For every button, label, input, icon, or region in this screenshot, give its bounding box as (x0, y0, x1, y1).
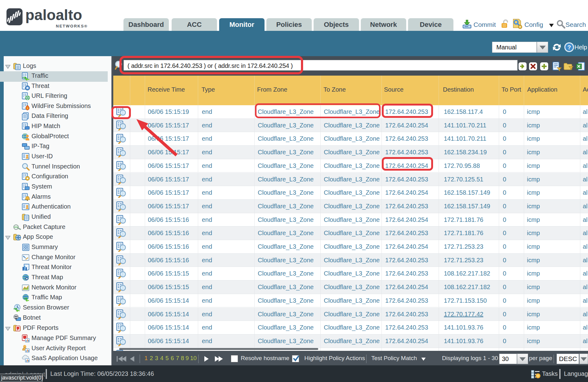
svg-text:?: ? (567, 44, 571, 51)
svg-text:A: A (17, 328, 19, 331)
